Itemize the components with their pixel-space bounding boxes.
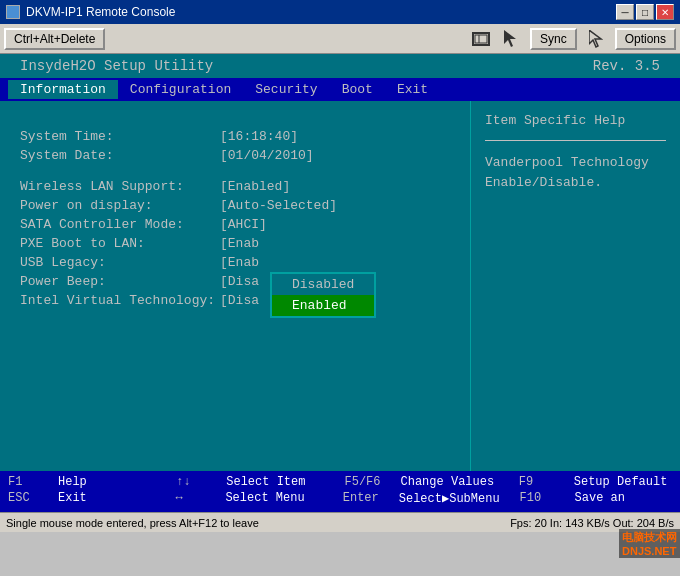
bios-right-panel: Item Specific Help Vanderpool Technology…: [470, 101, 680, 471]
bios-nav: Information Configuration Security Boot …: [0, 78, 680, 101]
field-power-beep: Power Beep: [Disa: [20, 274, 450, 289]
options-button[interactable]: Options: [615, 28, 676, 50]
title-bar: DKVM-IP1 Remote Console ─ □ ✕: [0, 0, 680, 24]
nav-item-configuration[interactable]: Configuration: [118, 80, 243, 99]
value-power-display[interactable]: [Auto-Selected]: [220, 198, 337, 213]
toolbar-icons: Sync Options: [470, 28, 676, 50]
value-wireless-lan[interactable]: [Enabled]: [220, 179, 290, 194]
window-title: DKVM-IP1 Remote Console: [26, 5, 175, 19]
value-system-date[interactable]: [01/04/2010]: [220, 148, 314, 163]
field-sata-mode: SATA Controller Mode: [AHCI]: [20, 217, 450, 232]
field-system-date: System Date: [01/04/2010]: [20, 148, 450, 163]
desc-change-values: Change Values: [401, 475, 499, 489]
label-power-beep: Power Beep:: [20, 274, 220, 289]
label-system-time: System Time:: [20, 129, 220, 144]
app-icon: [6, 5, 20, 19]
footer-row-1: F1 Help ↑↓ Select Item F5/F6 Change Valu…: [8, 475, 672, 489]
dropdown-popup[interactable]: Disabled Enabled: [270, 272, 376, 318]
key-f5f6: F5/F6: [345, 475, 381, 489]
nav-item-exit[interactable]: Exit: [385, 80, 440, 99]
cursor-icon[interactable]: [500, 28, 522, 50]
desc-help: Help: [58, 475, 156, 489]
sync-button[interactable]: Sync: [530, 28, 577, 50]
field-vt: Intel Virtual Technology: [Disa: [20, 293, 450, 308]
dropdown-item-enabled[interactable]: Enabled: [272, 295, 374, 316]
bios-header-title: InsydeH2O Setup Utility: [20, 58, 213, 74]
key-f9: F9: [519, 475, 554, 489]
toolbar: Ctrl+Alt+Delete Sync Options: [0, 24, 680, 54]
minimize-button[interactable]: ─: [616, 4, 634, 20]
label-system-date: System Date:: [20, 148, 220, 163]
field-pxe-boot: PXE Boot to LAN: [Enab: [20, 236, 450, 251]
value-system-time[interactable]: [16:18:40]: [220, 129, 298, 144]
label-vt: Intel Virtual Technology:: [20, 293, 220, 308]
title-bar-left: DKVM-IP1 Remote Console: [6, 5, 175, 19]
help-divider: [485, 140, 666, 141]
svg-rect-1: [475, 35, 487, 43]
svg-marker-4: [589, 30, 601, 47]
close-button[interactable]: ✕: [656, 4, 674, 20]
value-power-beep[interactable]: [Disa: [220, 274, 259, 289]
pointer2-icon[interactable]: [585, 28, 607, 50]
status-right: Fps: 20 In: 143 KB/s Out: 204 B/s: [510, 517, 674, 529]
desc-setup-default: Setup Default: [574, 475, 672, 489]
label-sata-mode: SATA Controller Mode:: [20, 217, 220, 232]
nav-item-information[interactable]: Information: [8, 80, 118, 99]
title-bar-controls[interactable]: ─ □ ✕: [616, 4, 674, 20]
label-pxe-boot: PXE Boot to LAN:: [20, 236, 220, 251]
desc-exit: Exit: [58, 491, 155, 506]
label-wireless-lan: Wireless LAN Support:: [20, 179, 220, 194]
maximize-button[interactable]: □: [636, 4, 654, 20]
bios-header: InsydeH2O Setup Utility Rev. 3.5: [0, 54, 680, 78]
value-pxe-boot[interactable]: [Enab: [220, 236, 259, 251]
field-system-time: System Time: [16:18:40]: [20, 129, 450, 144]
key-enter: Enter: [343, 491, 379, 506]
svg-marker-3: [504, 30, 516, 47]
nav-item-security[interactable]: Security: [243, 80, 329, 99]
nav-item-boot[interactable]: Boot: [330, 80, 385, 99]
help-text: Vanderpool TechnologyEnable/Disable.: [485, 153, 666, 192]
label-usb-legacy: USB Legacy:: [20, 255, 220, 270]
footer-row-2: ESC Exit ↔ Select Menu Enter Select▶SubM…: [8, 491, 672, 506]
desc-save: Save an: [575, 491, 672, 506]
label-power-display: Power on display:: [20, 198, 220, 213]
status-bar: Single mouse mode entered, press Alt+F12…: [0, 512, 680, 532]
fullscreen-icon[interactable]: [470, 28, 492, 50]
help-title: Item Specific Help: [485, 113, 666, 128]
desc-select-menu: Select Menu: [225, 491, 322, 506]
watermark-line1: 电脑技术网: [622, 530, 677, 545]
key-f10: F10: [520, 491, 555, 506]
value-sata-mode[interactable]: [AHCI]: [220, 217, 267, 232]
ctrl-alt-del-button[interactable]: Ctrl+Alt+Delete: [4, 28, 105, 50]
bios-left-panel: System Time: [16:18:40] System Date: [01…: [0, 101, 470, 471]
value-vt[interactable]: [Disa: [220, 293, 259, 308]
bios-container: InsydeH2O Setup Utility Rev. 3.5 Informa…: [0, 54, 680, 512]
key-f1: F1: [8, 475, 38, 489]
key-esc: ESC: [8, 491, 38, 506]
value-usb-legacy[interactable]: [Enab: [220, 255, 259, 270]
status-left: Single mouse mode entered, press Alt+F12…: [6, 517, 259, 529]
dropdown-item-disabled[interactable]: Disabled: [272, 274, 374, 295]
bios-header-rev: Rev. 3.5: [593, 58, 660, 74]
key-leftright: ↔: [175, 491, 205, 506]
field-wireless-lan: Wireless LAN Support: [Enabled]: [20, 179, 450, 194]
field-power-display: Power on display: [Auto-Selected]: [20, 198, 450, 213]
field-usb-legacy: USB Legacy: [Enab: [20, 255, 450, 270]
key-updown: ↑↓: [176, 475, 206, 489]
bios-footer: F1 Help ↑↓ Select Item F5/F6 Change Valu…: [0, 471, 680, 512]
watermark-line2: DNJS.NET: [622, 545, 677, 557]
desc-select-item: Select Item: [226, 475, 324, 489]
desc-select-submenu: Select▶SubMenu: [399, 491, 500, 506]
watermark: 电脑技术网 DNJS.NET: [619, 529, 680, 558]
